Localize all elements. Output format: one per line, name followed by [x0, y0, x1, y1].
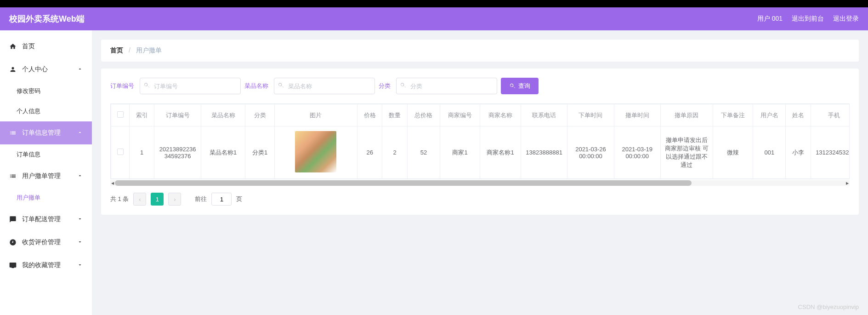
scroll-left-arrow[interactable]: ◀	[110, 180, 115, 186]
search-icon	[400, 82, 406, 90]
breadcrumb-separator: /	[129, 46, 130, 54]
search-icon	[509, 83, 516, 89]
sidebar-item-order-info-mgmt[interactable]: 订单信息管理	[0, 121, 92, 144]
breadcrumb: 首页 / 用户撤单	[101, 40, 859, 62]
table-wrapper: 索引 订单编号 菜品名称 分类 图片 价格 数量 总价格 商家编号 商家名称 联…	[110, 103, 850, 179]
sidebar-item-order-info[interactable]: 订单信息	[0, 144, 92, 165]
cell-qty: 2	[382, 126, 407, 179]
cell-idx: 1	[130, 126, 154, 179]
search-input-dish[interactable]	[274, 78, 375, 94]
panel: 订单编号 菜品名称 分类 查询	[101, 69, 859, 215]
chat-icon	[9, 216, 17, 223]
header-right: 用户 001 退出到前台 退出登录	[757, 15, 859, 23]
sidebar-item-favorite-mgmt[interactable]: 我的收藏管理	[0, 254, 92, 277]
sidebar-item-label: 订单信息管理	[22, 129, 61, 137]
sidebar-item-label: 订单配送管理	[22, 215, 61, 223]
clock-icon	[9, 239, 17, 246]
prev-page-button[interactable]: ‹	[133, 193, 146, 206]
th-qty: 数量	[382, 104, 407, 126]
sidebar-item-cancel[interactable]: 用户撤单	[0, 188, 92, 208]
breadcrumb-current: 用户撤单	[136, 46, 162, 54]
cell-cat: 分类1	[245, 126, 275, 179]
pagination-total: 共 1 条	[110, 195, 129, 203]
th-price: 价格	[357, 104, 382, 126]
sidebar-item-label: 用户撤单管理	[22, 172, 61, 180]
cell-total: 52	[407, 126, 440, 179]
black-topbar	[0, 0, 868, 7]
th-cancel-reason: 撤单原因	[660, 104, 713, 126]
row-checkbox[interactable]	[117, 149, 124, 155]
current-user[interactable]: 用户 001	[757, 15, 783, 23]
sidebar-item-review-mgmt[interactable]: 收货评价管理	[0, 231, 92, 254]
th-remark: 下单备注	[713, 104, 753, 126]
query-button[interactable]: 查询	[501, 78, 539, 94]
th-cancel-time: 撤单时间	[614, 104, 660, 126]
sidebar-item-change-pwd[interactable]: 修改密码	[0, 81, 92, 101]
cell-remark: 微辣	[713, 126, 753, 179]
to-front-link[interactable]: 退出到前台	[792, 15, 824, 23]
cell-mobile: 13123245322	[811, 126, 850, 179]
sidebar-item-home[interactable]: 首页	[0, 35, 92, 58]
sidebar-item-delivery-mgmt[interactable]: 订单配送管理	[0, 208, 92, 231]
select-all-checkbox[interactable]	[117, 111, 124, 118]
search-input-cat[interactable]	[396, 78, 497, 94]
home-icon	[9, 43, 17, 50]
search-label-dish: 菜品名称	[244, 82, 268, 90]
list-icon	[9, 129, 17, 137]
next-page-button[interactable]: ›	[168, 193, 181, 206]
pagination: 共 1 条 ‹ 1 › 前往 页	[110, 193, 850, 206]
watermark: CSDN @biyezuopinvip	[798, 304, 859, 310]
search-input-dish-wrap	[274, 78, 375, 94]
logout-link[interactable]: 退出登录	[833, 15, 859, 23]
breadcrumb-home[interactable]: 首页	[110, 46, 123, 54]
th-name: 姓名	[786, 104, 811, 126]
search-input-order-wrap	[140, 78, 241, 94]
sidebar-item-personal[interactable]: 个人中心	[0, 58, 92, 81]
search-icon	[143, 82, 150, 90]
search-label-order: 订单编号	[110, 82, 134, 90]
th-user: 用户名	[753, 104, 786, 126]
chevron-down-icon	[77, 216, 83, 223]
sidebar-item-label: 首页	[22, 42, 35, 51]
search-icon	[278, 82, 284, 90]
sidebar-item-label: 个人信息	[17, 107, 40, 115]
header: 校园外卖系统Web端 用户 001 退出到前台 退出登录	[0, 7, 868, 30]
table-row: 1 2021389223634592376 菜品名称1 分类1 26 2 52 …	[111, 126, 850, 179]
data-table: 索引 订单编号 菜品名称 分类 图片 价格 数量 总价格 商家编号 商家名称 联…	[111, 104, 850, 179]
cell-phone: 13823888881	[521, 126, 567, 179]
th-total: 总价格	[407, 104, 440, 126]
chevron-down-icon	[77, 239, 83, 246]
th-index: 索引	[130, 104, 154, 126]
scroll-right-arrow[interactable]: ▶	[845, 180, 850, 186]
search-row: 订单编号 菜品名称 分类 查询	[110, 78, 850, 94]
list-icon	[9, 172, 17, 180]
scrollbar-thumb[interactable]	[115, 180, 692, 186]
cell-order-time: 2021-03-26 00:00:00	[567, 126, 614, 179]
page-1-button[interactable]: 1	[151, 193, 164, 206]
cell-user: 001	[753, 126, 786, 179]
cell-merchant-name: 商家名称1	[480, 126, 521, 179]
goto-page-input[interactable]	[211, 193, 232, 206]
sidebar-item-label: 个人中心	[22, 65, 48, 74]
cell-price: 26	[357, 126, 382, 179]
search-input-order[interactable]	[140, 78, 241, 94]
sidebar: 首页 个人中心 修改密码 个人信息 订单信息管理 订单信息 用户撤单管理 用户撤…	[0, 30, 92, 315]
sidebar-item-label: 用户撤单	[17, 194, 40, 202]
query-button-label: 查询	[518, 82, 530, 90]
cell-merchant-no: 商家1	[440, 126, 480, 179]
cell-order-no: 2021389223634592376	[154, 126, 201, 179]
sidebar-item-cancel-mgmt[interactable]: 用户撤单管理	[0, 165, 92, 188]
th-cat: 分类	[245, 104, 275, 126]
cell-cancel-time: 2021-03-19 00:00:00	[614, 126, 660, 179]
th-merchant-name: 商家名称	[480, 104, 521, 126]
sidebar-item-label: 修改密码	[17, 87, 40, 95]
sidebar-item-personal-info[interactable]: 个人信息	[0, 101, 92, 121]
sidebar-item-label: 收货评价管理	[22, 238, 61, 246]
user-icon	[9, 66, 17, 73]
th-image: 图片	[274, 104, 357, 126]
chevron-up-icon	[77, 66, 83, 73]
search-label-cat: 分类	[379, 82, 391, 90]
horizontal-scrollbar[interactable]: ◀ ▶	[110, 180, 850, 186]
app-title: 校园外卖系统Web端	[9, 13, 85, 24]
main-content: 首页 / 用户撤单 订单编号 菜品名称 分类	[92, 30, 868, 315]
